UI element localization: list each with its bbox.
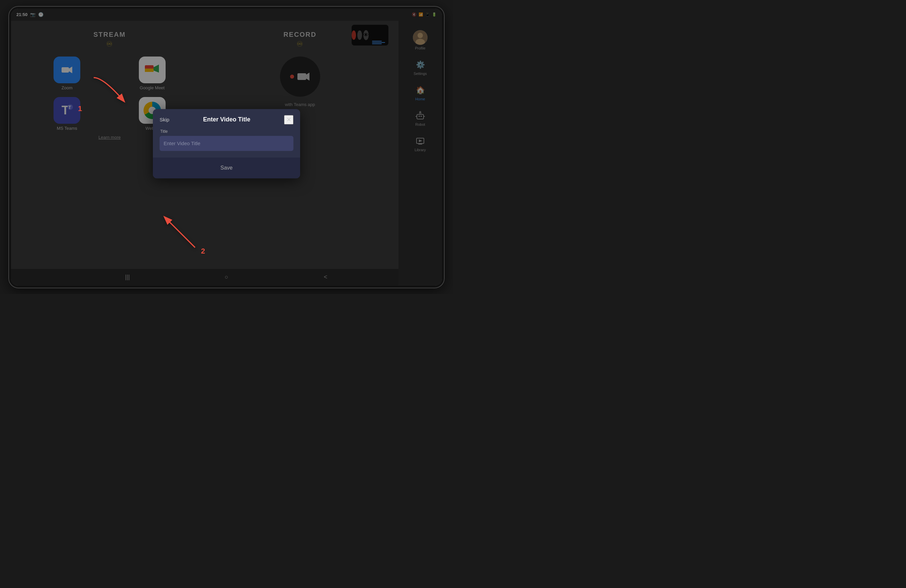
arrow-number-1: 1	[78, 104, 82, 113]
dialog-body: Title	[153, 129, 300, 158]
dialog-header: Skip Enter Video Title ✕	[153, 109, 300, 129]
close-button[interactable]: ✕	[284, 115, 293, 124]
video-title-input[interactable]	[160, 136, 293, 151]
field-label: Title	[160, 129, 293, 134]
dialog-title: Enter Video Title	[169, 116, 284, 123]
arrow-svg-1	[84, 71, 137, 111]
arrow-svg-2	[152, 204, 205, 251]
video-title-dialog: Skip Enter Video Title ✕ Title Save	[153, 109, 300, 178]
save-button[interactable]: Save	[212, 163, 241, 173]
annotation-2: 2	[152, 204, 205, 252]
dialog-footer: Save	[153, 158, 300, 178]
arrow-number-2: 2	[201, 247, 205, 255]
annotation-1: 1	[78, 71, 137, 113]
skip-button[interactable]: Skip	[160, 117, 169, 123]
